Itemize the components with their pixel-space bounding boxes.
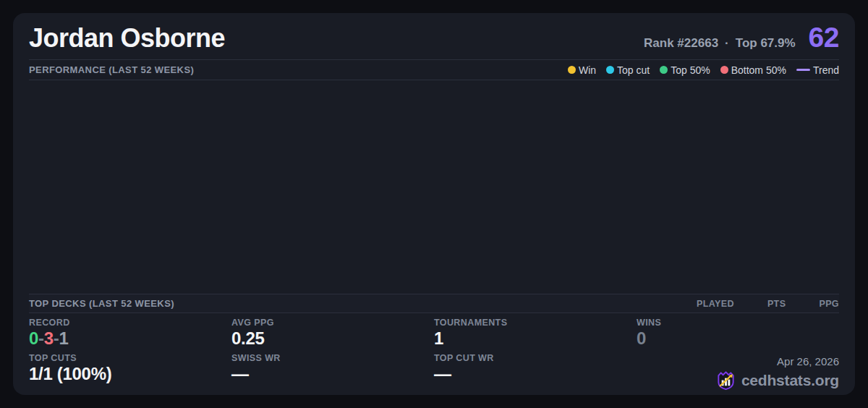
record-losses: 3	[44, 328, 54, 348]
legend-item-bottom-50: Bottom 50%	[720, 64, 786, 76]
top-decks-section-title: TOP DECKS (LAST 52 WEEKS)	[29, 298, 174, 309]
player-stats-card: Jordan Osborne Rank #22663 · Top 67.9% 6…	[13, 13, 855, 395]
elo-score: 62	[809, 22, 839, 54]
stats-column-1: RECORD 0-3-1 TOP CUTS 1/1 (100%)	[29, 318, 231, 388]
top-cut-wr-value: —	[434, 365, 637, 383]
stat-top-cut-wr: TOP CUT WR —	[434, 353, 637, 383]
legend-label: Trend	[813, 64, 839, 76]
legend-item-win: Win	[568, 64, 596, 76]
legend-label: Win	[579, 64, 596, 76]
stat-label: TOP CUT WR	[434, 353, 637, 363]
rank-separator: ·	[725, 36, 729, 51]
swiss-wr-value: —	[231, 365, 434, 383]
top-cuts-value: 1/1 (100%)	[29, 365, 231, 383]
record-draws: 1	[59, 328, 69, 348]
legend-item-top-cut: Top cut	[606, 64, 650, 76]
stats-grid: RECORD 0-3-1 TOP CUTS 1/1 (100%) AVG PPG…	[13, 313, 855, 395]
wins-value: 0	[637, 329, 839, 348]
stat-top-cuts: TOP CUTS 1/1 (100%)	[29, 353, 231, 383]
top-decks-columns: PLAYED PTS PPG	[697, 299, 839, 309]
brand-row[interactable]: cedhstats.org	[715, 370, 839, 391]
legend-label: Bottom 50%	[731, 64, 786, 76]
rank-number: Rank #22663	[644, 36, 718, 51]
legend-label: Top cut	[617, 64, 650, 76]
header-right: Rank #22663 · Top 67.9% 62	[644, 22, 839, 54]
card-footer: Apr 26, 2026 cedhstats.org	[715, 355, 839, 391]
stat-swiss-wr: SWISS WR —	[231, 353, 434, 383]
legend-item-top-50: Top 50%	[660, 64, 710, 76]
record-wins: 0	[29, 328, 38, 348]
performance-chart-area	[29, 80, 839, 294]
cedhstats-logo-icon	[715, 370, 736, 391]
top-50-dot-icon	[660, 66, 668, 74]
legend-item-trend: Trend	[796, 64, 839, 76]
stats-column-3: TOURNAMENTS 1 TOP CUT WR —	[434, 318, 637, 388]
tournaments-value: 1	[434, 329, 637, 348]
top-cut-dot-icon	[606, 66, 614, 74]
stat-wins: WINS 0	[637, 318, 839, 348]
stat-label: WINS	[637, 318, 839, 328]
record-separator: -	[54, 328, 59, 348]
win-dot-icon	[568, 66, 576, 74]
date-label: Apr 26, 2026	[715, 355, 839, 367]
top-decks-header-row: TOP DECKS (LAST 52 WEEKS) PLAYED PTS PPG	[29, 294, 839, 313]
rank-line: Rank #22663 · Top 67.9%	[644, 36, 796, 51]
performance-section-title: PERFORMANCE (LAST 52 WEEKS)	[29, 64, 194, 75]
rank-top-percent: Top 67.9%	[736, 36, 796, 51]
performance-header-row: PERFORMANCE (LAST 52 WEEKS) Win Top cut …	[29, 59, 839, 80]
stats-column-2: AVG PPG 0.25 SWISS WR —	[231, 318, 434, 388]
chart-legend: Win Top cut Top 50% Bottom 50% Trend	[568, 64, 839, 76]
stat-label: RECORD	[29, 318, 231, 328]
stat-label: AVG PPG	[231, 318, 434, 328]
stat-label: SWISS WR	[231, 353, 434, 363]
player-name: Jordan Osborne	[29, 23, 225, 54]
stat-tournaments: TOURNAMENTS 1	[434, 318, 637, 348]
legend-label: Top 50%	[671, 64, 710, 76]
stat-label: TOURNAMENTS	[434, 318, 637, 328]
trend-line-icon	[796, 69, 810, 71]
card-header: Jordan Osborne Rank #22663 · Top 67.9% 6…	[13, 13, 855, 59]
stat-label: TOP CUTS	[29, 353, 231, 363]
column-header-ppg: PPG	[819, 299, 839, 309]
stat-avg-ppg: AVG PPG 0.25	[231, 318, 434, 348]
record-value: 0-3-1	[29, 329, 231, 348]
record-separator: -	[38, 328, 44, 348]
column-header-pts: PTS	[767, 299, 786, 309]
stat-record: RECORD 0-3-1	[29, 318, 231, 348]
avg-ppg-value: 0.25	[231, 329, 434, 348]
bottom-50-dot-icon	[720, 66, 728, 74]
column-header-played: PLAYED	[697, 299, 734, 309]
brand-text: cedhstats.org	[741, 372, 839, 389]
